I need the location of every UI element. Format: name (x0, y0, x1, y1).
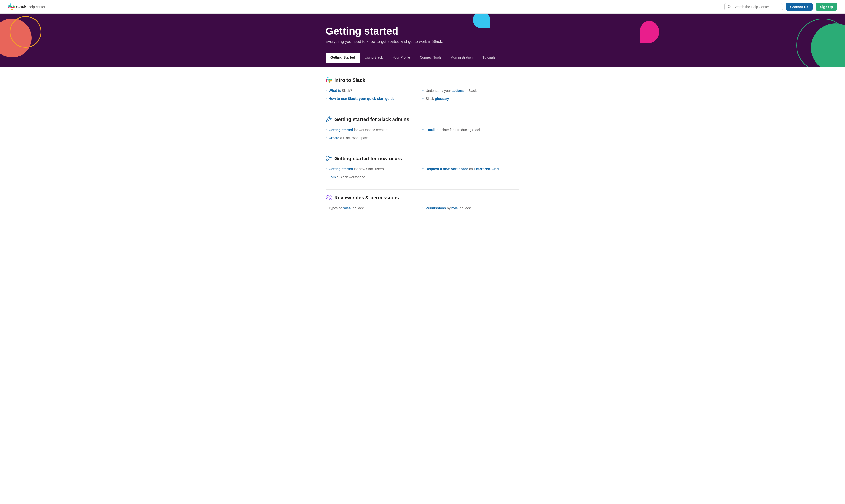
search-input[interactable] (734, 5, 780, 9)
section-header-admins: Getting started for Slack admins (325, 116, 520, 123)
link-text: What is Slack? (329, 88, 352, 93)
search-icon (727, 5, 732, 9)
getting-started-workspace-link[interactable]: Getting started (329, 128, 353, 132)
slack-cross-icon (325, 77, 332, 83)
section-title-users: Getting started for new users (334, 156, 402, 161)
roles-link[interactable]: roles (342, 206, 351, 210)
hero-content: Getting started Everything you need to k… (318, 25, 527, 44)
section-getting-started-admins: Getting started for Slack admins • Getti… (325, 116, 520, 150)
list-item: • Email template for introducing Slack (423, 127, 520, 132)
glossary-link[interactable]: glossary (435, 97, 449, 101)
email-template-link[interactable]: Email (426, 128, 435, 132)
link-text: Request a new workspace on Enterprise Gr… (426, 166, 499, 172)
section-title-roles: Review roles & permissions (334, 195, 399, 201)
list-item: • Join a Slack workspace (325, 175, 423, 180)
links-col-left-intro: • What is Slack? • How to use Slack: you… (325, 88, 423, 101)
quick-start-link[interactable]: How to use Slack: your quick start guide (329, 97, 394, 101)
enterprise-grid-link[interactable]: Enterprise Grid (474, 167, 499, 171)
permissions-link[interactable]: Permissions (426, 206, 446, 210)
tab-using-slack[interactable]: Using Slack (360, 53, 388, 63)
header-left: slack help center (8, 3, 45, 10)
tab-administration[interactable]: Administration (446, 53, 478, 63)
section-title-intro: Intro to Slack (334, 77, 365, 83)
actions-link[interactable]: actions (452, 89, 464, 92)
hero-title: Getting started (325, 25, 520, 37)
main-content: Intro to Slack • What is Slack? • How to… (318, 67, 527, 235)
links-col-right-users: • Request a new workspace on Enterprise … (423, 166, 520, 180)
section-header-roles: Review roles & permissions (325, 195, 520, 201)
section-title-admins: Getting started for Slack admins (334, 116, 409, 122)
links-col-right-intro: • Understand your actions in Slack • Sla… (423, 88, 520, 101)
section-header-intro: Intro to Slack (325, 77, 520, 83)
bullet: • (423, 206, 424, 210)
tab-getting-started[interactable]: Getting Started (325, 53, 360, 63)
list-item: • Understand your actions in Slack (423, 88, 520, 93)
link-text: Getting started for workspace creators (329, 127, 388, 132)
list-item: • Types of roles in Slack (325, 206, 423, 211)
bullet: • (423, 128, 424, 131)
link-text: Email template for introducing Slack (426, 127, 481, 132)
list-item: • Request a new workspace on Enterprise … (423, 166, 520, 172)
section-intro-to-slack: Intro to Slack • What is Slack? • How to… (325, 77, 520, 111)
link-text: Slack glossary (426, 96, 449, 101)
slack-logo-icon (8, 3, 15, 10)
role-link[interactable]: role (452, 206, 458, 210)
list-item: • Getting started for new Slack users (325, 166, 423, 172)
links-grid-users: • Getting started for new Slack users • … (325, 166, 520, 180)
admin-icon (325, 116, 332, 123)
hero-nav: Getting Started Using Slack Your Profile… (318, 53, 527, 63)
slack-logo: slack help center (8, 3, 45, 10)
link-text: Create a Slack workspace (329, 136, 369, 141)
hero-banner: Getting started Everything you need to k… (0, 14, 845, 67)
header: slack help center Contact Us Sign Up (0, 0, 845, 14)
create-workspace-link[interactable]: Create (329, 136, 339, 140)
tab-your-profile[interactable]: Your Profile (388, 53, 415, 63)
sign-up-button[interactable]: Sign Up (815, 3, 837, 11)
list-item: • Permissions by role in Slack (423, 206, 520, 211)
list-item: • Create a Slack workspace (325, 136, 423, 141)
bullet: • (423, 96, 424, 100)
links-grid-intro: • What is Slack? • How to use Slack: you… (325, 88, 520, 101)
section-getting-started-users: Getting started for new users • Getting … (325, 155, 520, 190)
hero-subtitle: Everything you need to know to get start… (325, 39, 520, 44)
links-col-left-admins: • Getting started for workspace creators… (325, 127, 423, 141)
section-header-users: Getting started for new users (325, 155, 520, 162)
bullet: • (325, 175, 327, 179)
what-is-link[interactable]: What is (329, 89, 341, 92)
link-text: Types of roles in Slack (329, 206, 364, 211)
request-workspace-link[interactable]: Request a new workspace (426, 167, 468, 171)
links-col-right-roles: • Permissions by role in Slack (423, 206, 520, 211)
help-center-text: help center (29, 5, 45, 9)
link-text: Understand your actions in Slack (426, 88, 477, 93)
list-item: • Slack glossary (423, 96, 520, 101)
contact-us-button[interactable]: Contact Us (786, 3, 813, 11)
search-bar[interactable] (724, 3, 783, 11)
svg-point-4 (330, 196, 331, 197)
shape-orange-ring (10, 16, 41, 48)
svg-line-1 (730, 7, 731, 8)
links-grid-admins: • Getting started for workspace creators… (325, 127, 520, 141)
link-text: Permissions by role in Slack (426, 206, 471, 211)
link-text: Getting started for new Slack users (329, 166, 384, 172)
links-grid-roles: • Types of roles in Slack • Permissions … (325, 206, 520, 211)
shape-pink (639, 21, 659, 43)
bullet: • (325, 206, 327, 210)
bullet: • (325, 167, 327, 171)
bullet: • (325, 96, 327, 100)
header-right: Contact Us Sign Up (724, 3, 837, 11)
link-text: How to use Slack: your quick start guide (329, 96, 394, 101)
link-text: Join a Slack workspace (329, 175, 365, 180)
roles-icon (325, 195, 332, 201)
section-roles-permissions: Review roles & permissions • Types of ro… (325, 195, 520, 221)
bullet: • (325, 88, 327, 92)
join-workspace-link[interactable]: Join (329, 175, 336, 179)
bullet: • (423, 167, 424, 171)
slack-wordmark: slack (16, 4, 27, 9)
svg-point-2 (328, 118, 328, 119)
shape-green-ring (796, 18, 845, 67)
tab-tutorials[interactable]: Tutorials (478, 53, 500, 63)
tab-connect-tools[interactable]: Connect Tools (415, 53, 446, 63)
new-user-icon (325, 155, 332, 162)
getting-started-new-users-link[interactable]: Getting started (329, 167, 353, 171)
links-col-left-roles: • Types of roles in Slack (325, 206, 423, 211)
